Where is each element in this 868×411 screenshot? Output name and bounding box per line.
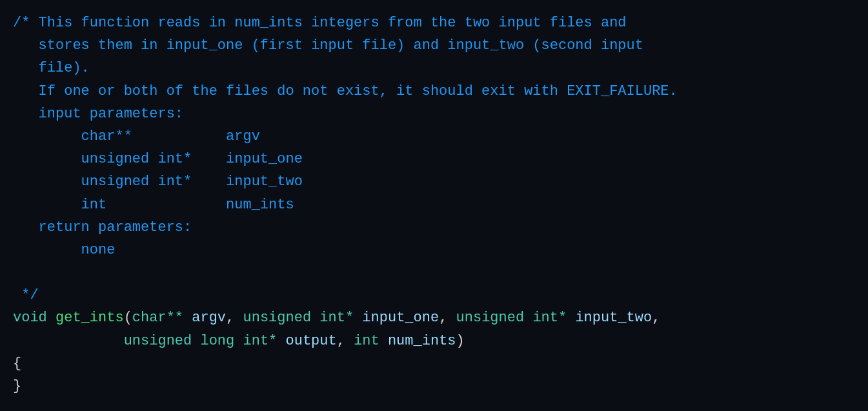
code-line-6: char** argv	[13, 125, 855, 148]
code-line-15: unsigned long int* output, int num_ints)	[13, 330, 855, 352]
code-line-9: int num_ints	[13, 194, 855, 216]
code-line-7: unsigned int* input_one	[13, 148, 855, 170]
code-line-11: none	[13, 239, 855, 261]
code-line-13: */	[13, 284, 855, 306]
code-line-14: void get_ints(char** argv, unsigned int*…	[13, 306, 855, 329]
code-line-3: file).	[13, 57, 855, 79]
code-line-16: {	[13, 352, 855, 375]
code-editor: /* This function reads in num_ints integ…	[0, 0, 868, 411]
code-line-17: }	[13, 375, 855, 397]
code-line-1: /* This function reads in num_ints integ…	[13, 12, 855, 34]
code-line-8: unsigned int* input_two	[13, 170, 855, 193]
code-line-4: If one or both of the files do not exist…	[13, 80, 855, 103]
code-line-5: input parameters:	[13, 103, 855, 125]
code-line-12	[13, 261, 855, 284]
code-line-10: return parameters:	[13, 216, 855, 239]
code-line-2: stores them in input_one (first input fi…	[13, 34, 855, 57]
